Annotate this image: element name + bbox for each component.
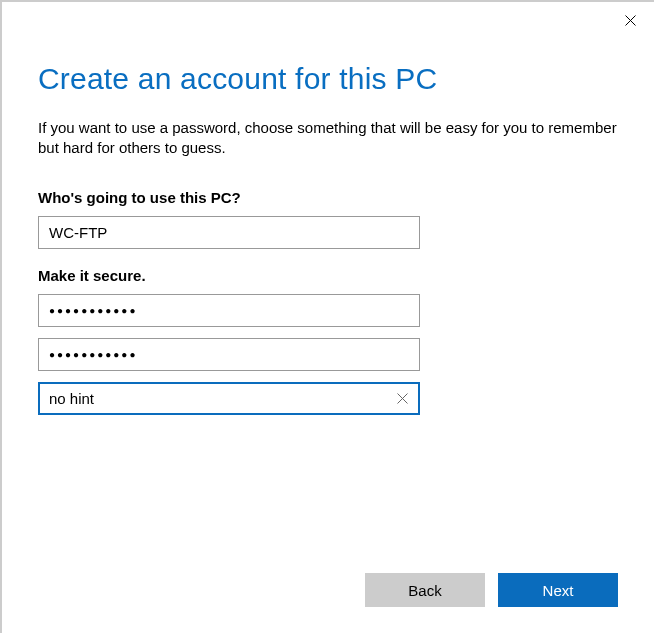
close-icon [625,15,636,26]
password-input[interactable]: ●●●●●●●●●●● [49,305,137,316]
password-field-wrapper: ●●●●●●●●●●● [38,294,420,327]
page-title: Create an account for this PC [38,62,618,96]
secure-label: Make it secure. [38,267,618,284]
page-description: If you want to use a password, choose so… [38,118,618,159]
password-hint-field-wrapper [38,382,420,415]
footer-buttons: Back Next [365,573,618,607]
password-hint-input[interactable] [49,384,409,413]
create-account-window: Create an account for this PC If you wan… [2,2,654,633]
username-input[interactable] [49,217,409,248]
clear-hint-button[interactable] [394,390,410,406]
password-confirm-field-wrapper: ●●●●●●●●●●● [38,338,420,371]
next-button[interactable]: Next [498,573,618,607]
close-button[interactable] [620,10,640,30]
secure-section: Make it secure. ●●●●●●●●●●● ●●●●●●●●●●● [38,267,618,415]
back-button[interactable]: Back [365,573,485,607]
username-label: Who's going to use this PC? [38,189,618,206]
content-area: Create an account for this PC If you wan… [2,2,654,415]
username-field-wrapper [38,216,420,249]
password-confirm-input[interactable]: ●●●●●●●●●●● [49,349,137,360]
clear-icon [397,393,408,404]
user-section: Who's going to use this PC? [38,189,618,249]
